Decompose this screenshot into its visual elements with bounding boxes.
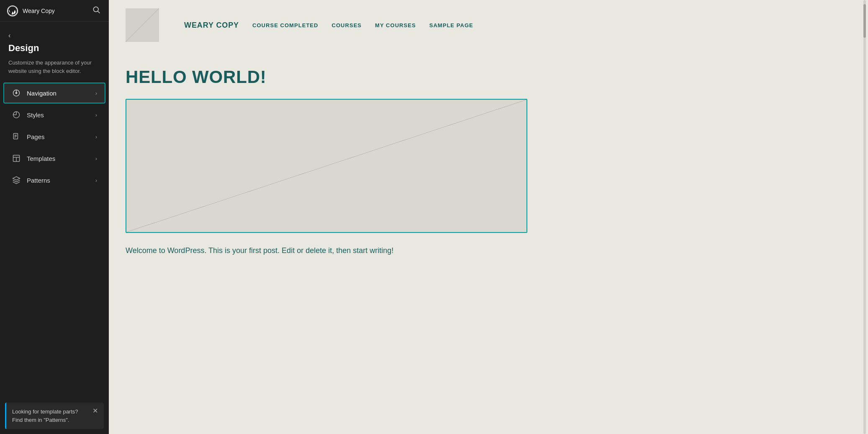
navigation-label: Navigation xyxy=(27,90,56,97)
svg-text:W: W xyxy=(10,8,15,14)
notification-text: Looking for template parts? Find them in… xyxy=(12,408,89,424)
preview-nav-sample-page: SAMPLE PAGE xyxy=(429,22,473,28)
navigation-icon xyxy=(12,88,21,98)
left-panel: W Weary Copy ‹ Design Customize the appe… xyxy=(0,0,109,434)
design-title: Design xyxy=(8,43,100,54)
pages-chevron: › xyxy=(95,134,97,140)
top-bar-left: W Weary Copy xyxy=(7,5,55,17)
sidebar-item-patterns[interactable]: Patterns › xyxy=(3,170,105,191)
nav-items-list: Navigation › Styles › xyxy=(0,82,109,399)
preview-navigation: WEARY COPY COURSE COMPLETED COURSES MY C… xyxy=(184,21,473,30)
wordpress-logo: W xyxy=(7,5,18,17)
preview-content: HELLO WORLD! Welcome to WordPress. This … xyxy=(109,50,868,274)
preview-heading: HELLO WORLD! xyxy=(126,67,851,87)
close-notification-button[interactable]: ✕ xyxy=(92,408,98,414)
scrollbar-track xyxy=(863,0,866,434)
styles-icon xyxy=(12,110,21,119)
preview-site-name: WEARY COPY xyxy=(184,21,239,30)
svg-point-7 xyxy=(15,92,17,93)
preview-featured-image xyxy=(126,99,527,233)
sidebar-item-navigation[interactable]: Navigation › xyxy=(3,83,105,103)
preview-nav-my-courses: MY COURSES xyxy=(375,22,416,28)
preview-logo xyxy=(126,8,159,42)
patterns-icon xyxy=(12,176,21,185)
patterns-chevron: › xyxy=(95,177,97,183)
templates-icon xyxy=(12,154,21,163)
design-description: Customize the appearance of your website… xyxy=(8,59,100,75)
search-button[interactable] xyxy=(90,4,102,18)
preview-panel: WEARY COPY COURSE COMPLETED COURSES MY C… xyxy=(109,0,868,434)
styles-label: Styles xyxy=(27,111,44,119)
svg-point-3 xyxy=(93,7,98,12)
preview-body-text: Welcome to WordPress. This is your first… xyxy=(126,245,502,257)
templates-chevron: › xyxy=(95,155,97,162)
preview-nav-course-completed: COURSE COMPLETED xyxy=(252,22,318,28)
sidebar-item-styles[interactable]: Styles › xyxy=(3,104,105,125)
navigation-chevron: › xyxy=(95,90,97,96)
preview-scrollbar[interactable] xyxy=(863,0,866,434)
top-bar: W Weary Copy xyxy=(0,0,109,22)
styles-chevron: › xyxy=(95,112,97,118)
back-button[interactable]: ‹ xyxy=(8,32,10,39)
svg-line-4 xyxy=(98,11,100,13)
sidebar-item-pages[interactable]: Pages › xyxy=(3,126,105,147)
patterns-label: Patterns xyxy=(27,177,50,184)
design-header: ‹ Design Customize the appearance of you… xyxy=(0,22,109,82)
site-name: Weary Copy xyxy=(23,8,55,14)
sidebar-item-templates[interactable]: Templates › xyxy=(3,148,105,169)
search-icon xyxy=(92,5,100,14)
preview-nav-courses: COURSES xyxy=(332,22,362,28)
scrollbar-thumb xyxy=(863,4,866,38)
preview-header: WEARY COPY COURSE COMPLETED COURSES MY C… xyxy=(109,0,868,50)
templates-label: Templates xyxy=(27,155,55,162)
pages-icon xyxy=(12,132,21,141)
pages-label: Pages xyxy=(27,133,45,140)
notification-bar: Looking for template parts? Find them in… xyxy=(5,403,104,429)
back-arrow-icon: ‹ xyxy=(8,32,10,39)
